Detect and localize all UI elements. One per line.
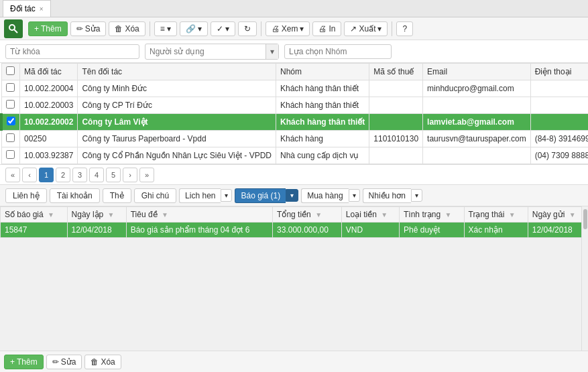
group-input[interactable] [284, 44, 392, 59]
help-button[interactable]: ? [396, 21, 413, 36]
edit-button[interactable]: ✏ Sửa [70, 21, 107, 36]
check-button[interactable]: ✓ ▾ [211, 21, 235, 36]
sub-tab-baogiam-arrow[interactable]: ▾ [286, 189, 298, 202]
page-4[interactable]: 4 [89, 168, 104, 182]
table-cell: (84-8) 39146996 [530, 131, 588, 147]
sub-tab-nhieuhon-wrap: Nhiều hơn ▾ [363, 188, 422, 203]
page-next[interactable]: › [123, 168, 137, 182]
sub-tab-lichhen[interactable]: Lich hen [179, 188, 221, 203]
sub-tab-lienhe[interactable]: Liên hệ [5, 188, 47, 203]
sub-tab-nhieuhon-arrow[interactable]: ▾ [411, 189, 422, 202]
bottom-edit-label: Sửa [61, 357, 76, 367]
table-cell [369, 80, 423, 97]
page-3[interactable]: 3 [72, 168, 87, 182]
main-table: Mã đối tác Tên đối tác Nhóm Mã số thuế E… [0, 63, 588, 164]
help-icon: ? [402, 24, 407, 34]
sub-th-ngaylap: Ngày lập ▼ [67, 207, 126, 223]
delete-icon: 🗑 [115, 24, 123, 34]
th-mst: Mã số thuế [369, 64, 423, 80]
export-button[interactable]: ↗ Xuất ▾ [344, 21, 388, 36]
table-cell: Khách hàng thân thiết [276, 80, 369, 97]
view-icon: 🖨 [272, 24, 280, 34]
link-button[interactable]: 🔗 ▾ [180, 21, 208, 36]
sub-table-header-row: Số báo giá ▼ Ngày lập ▼ Tiêu đề ▼ Tổng t… [1, 207, 588, 223]
table-cell [530, 80, 588, 97]
bottom-delete-button[interactable]: 🗑 Xóa [84, 355, 121, 369]
view-label: Xem [282, 24, 298, 34]
sub-tab-ghichu[interactable]: Ghi chú [134, 188, 176, 203]
export-arrow: ▾ [377, 24, 381, 34]
page-5[interactable]: 5 [106, 168, 121, 182]
row-checkbox[interactable] [6, 100, 15, 109]
sub-tab-the[interactable]: Thẻ [103, 188, 131, 203]
sub-tab-baogiam-main[interactable]: Báo giá (1) [235, 188, 286, 203]
add-button[interactable]: + Thêm [28, 21, 68, 36]
sub-table-row[interactable]: 1584712/04/2018Báo giá sản phẩm tháng 04… [1, 223, 588, 238]
page-1[interactable]: 1 [39, 168, 54, 182]
sub-tab-baogiadropdown: Báo giá (1) ▾ [235, 188, 298, 203]
table-row[interactable]: 10.002.20004Công ty Minh ĐứcKhách hàng t… [1, 80, 588, 97]
sub-table-cell: 33.000.000,00 [273, 223, 342, 238]
table-cell: Khách hàng thân thiết [276, 97, 369, 114]
refresh-button[interactable]: ↻ [238, 21, 257, 36]
delete-button[interactable]: 🗑 Xóa [109, 21, 145, 36]
select-all-checkbox[interactable] [6, 66, 15, 75]
table-row[interactable]: 00250Công ty Taurus Paperboard - VpddKhá… [1, 131, 588, 147]
table-cell: taurusvn@tauruspaper.com [423, 131, 531, 147]
toolbar: + Thêm ✏ Sửa 🗑 Xóa ≡ ▾ 🔗 ▾ ✓ ▾ ↻ 🖨 [0, 17, 588, 40]
page-2[interactable]: 2 [56, 168, 70, 182]
bottom-add-button[interactable]: + Thêm [4, 355, 44, 369]
sub-table-wrap: Số báo giá ▼ Ngày lập ▼ Tiêu đề ▼ Tổng t… [0, 206, 588, 238]
row-checkbox[interactable] [7, 117, 15, 125]
keyword-input[interactable] [5, 44, 139, 59]
th-nhom: Nhóm [276, 64, 369, 80]
tab-bar: Đối tác × [0, 0, 588, 17]
check-icon: ✓ [217, 24, 223, 34]
main-table-wrap: Mã đối tác Tên đối tác Nhóm Mã số thuế E… [0, 63, 588, 165]
sub-table-cell: 12/04/2018 [67, 223, 126, 238]
row-checkbox[interactable] [6, 150, 15, 159]
sub-scrollbar-v[interactable] [581, 206, 588, 365]
sub-table-cell: 12/04/2018 [528, 223, 587, 238]
print-icon: 🖨 [318, 24, 327, 34]
table-row[interactable]: 10.002.20003Công ty CP Trí ĐứcKhách hàng… [1, 97, 588, 114]
page-prev[interactable]: ‹ [22, 168, 37, 182]
sub-tab-lichhen-arrow[interactable]: ▾ [221, 189, 232, 202]
table-cell: Khách hàng [276, 131, 369, 147]
table-row[interactable]: 10.002.20002Công ty Lâm ViệtKhách hàng t… [1, 114, 588, 131]
user-dropdown-arrow[interactable]: ▾ [266, 44, 278, 59]
table-cell [369, 147, 423, 164]
tab-doitac[interactable]: Đối tác × [3, 0, 51, 17]
row-checkbox[interactable] [6, 133, 15, 142]
th-checkbox [1, 64, 20, 80]
table-cell [530, 114, 588, 131]
sub-tab-taikhoan[interactable]: Tài khoản [50, 188, 100, 203]
row-checkbox[interactable] [6, 83, 15, 92]
page-first[interactable]: « [5, 168, 20, 182]
tab-close-icon[interactable]: × [40, 5, 44, 13]
edit-icon: ✏ [76, 24, 83, 34]
check-arrow: ▾ [225, 24, 229, 34]
page-last[interactable]: » [139, 168, 154, 182]
menu-button[interactable]: ≡ ▾ [154, 21, 177, 36]
sep2 [261, 21, 261, 36]
user-input[interactable] [145, 46, 266, 58]
th-email: Email [423, 64, 531, 80]
table-cell: Khách hàng thân thiết [276, 114, 369, 131]
table-cell: Công ty Taurus Paperboard - Vpdd [78, 131, 276, 147]
table-row[interactable]: 10.003.92387Công ty Cổ Phần Nguồn Nhân L… [1, 147, 588, 164]
sub-tab-nhieuhon[interactable]: Nhiều hơn [363, 188, 411, 203]
view-button[interactable]: 🖨 Xem ▾ [266, 21, 310, 36]
print-label: In [329, 24, 335, 34]
bottom-edit-icon: ✏ [52, 357, 59, 367]
bottom-delete-icon: 🗑 [91, 357, 99, 367]
table-cell [369, 114, 423, 131]
sub-tab-muahang-arrow[interactable]: ▾ [349, 189, 360, 202]
print-button[interactable]: 🖨 In [312, 21, 341, 36]
svg-line-1 [14, 29, 17, 33]
sub-th-trangthai: Trạng thái ▼ [464, 207, 528, 223]
bottom-edit-button[interactable]: ✏ Sửa [46, 355, 82, 369]
bottom-add-label: Thêm [17, 357, 38, 367]
table-cell: lamviet.ab@gmail.com [423, 114, 531, 131]
sub-tab-muahang[interactable]: Mua hàng [301, 188, 348, 203]
